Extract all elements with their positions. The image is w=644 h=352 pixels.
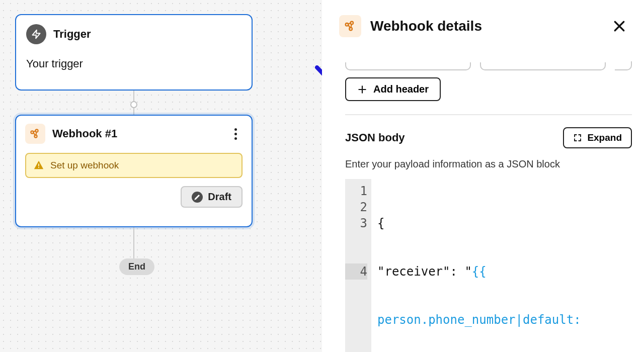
plus-icon [357,84,367,95]
svg-marker-0 [33,30,40,39]
webhook-icon [25,124,45,144]
setup-webhook-warning[interactable]: Set up webhook [25,153,243,178]
svg-rect-5 [38,167,39,168]
json-body-help: Enter your payload information as a JSON… [345,158,632,170]
header-fields-row [345,50,632,70]
webhook-details-panel: Webhook details Add header JSON body Exp… [322,0,644,352]
draft-status-pill[interactable]: Draft [181,186,243,208]
trigger-node-card[interactable]: Trigger Your trigger [15,14,253,91]
webhook-icon [339,15,361,37]
expand-button[interactable]: Expand [563,127,632,148]
close-icon[interactable] [612,19,627,34]
draft-label: Draft [208,191,231,203]
end-node[interactable]: End [119,258,154,275]
expand-icon [573,133,582,142]
setup-webhook-label: Set up webhook [50,160,119,171]
json-body-title: JSON body [345,131,405,144]
expand-label: Expand [587,132,622,143]
workflow-canvas[interactable]: Trigger Your trigger Webhook #1 Set up w… [0,0,322,352]
editor-code[interactable]: { "receiver": "{{ person.phone_number|de… [371,179,632,352]
json-body-editor[interactable]: 1234 { "receiver": "{{ person.phone_numb… [345,179,632,352]
warning-triangle-icon [33,160,44,171]
add-header-button[interactable]: Add header [345,77,441,101]
lightning-icon [26,24,46,44]
kebab-menu-icon[interactable] [228,128,243,140]
webhook-node-card[interactable]: Webhook #1 Set up webhook Draft [15,115,253,227]
webhook-title: Webhook #1 [52,127,221,140]
pencil-icon [192,192,203,203]
svg-rect-4 [38,163,39,166]
trigger-title: Trigger [53,28,91,41]
trigger-subtitle: Your trigger [26,57,242,70]
header-delete-button[interactable] [615,61,632,70]
header-value-field[interactable] [480,62,606,70]
add-header-label: Add header [373,83,429,95]
section-divider [345,114,632,115]
header-key-field[interactable] [345,62,471,70]
panel-title: Webhook details [370,18,603,34]
connector-dot[interactable] [130,101,137,108]
editor-gutter: 1234 [345,179,371,352]
node-connector [133,227,134,258]
